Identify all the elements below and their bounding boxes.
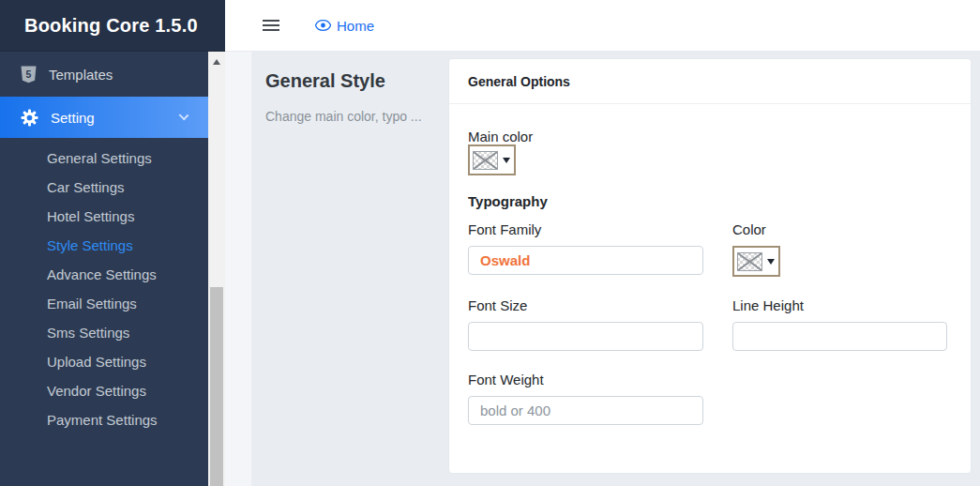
app-title: Booking Core 1.5.0 <box>24 15 198 37</box>
main-color-label: Main color <box>468 129 945 144</box>
main-color-picker[interactable] <box>468 144 516 175</box>
sidebar-item-vendor-settings[interactable]: Vendor Settings <box>0 376 208 405</box>
line-height-group: Line Height <box>732 297 947 351</box>
text-color-group: Color <box>732 221 947 277</box>
sidebar-item-advance-settings[interactable]: Advance Settings <box>0 260 208 289</box>
sidebar-item-style-settings[interactable]: Style Settings <box>0 231 208 260</box>
font-family-input[interactable] <box>468 246 703 275</box>
font-weight-label: Font Weight <box>468 372 703 387</box>
general-options-card: General Options Main color <box>448 58 972 474</box>
home-link-label: Home <box>337 18 374 34</box>
card-body: Main color <box>449 104 971 425</box>
sidebar: 5 Templates Setting General Settings <box>0 52 208 486</box>
html5-icon: 5 <box>21 66 37 84</box>
sidebar-item-sms-settings[interactable]: Sms Settings <box>0 318 208 347</box>
scroll-up-icon[interactable] <box>213 59 220 65</box>
typography-heading: Typography <box>468 193 945 209</box>
font-family-group: Font Family <box>468 221 703 277</box>
page-subtitle: Change main color, typo ... <box>265 109 422 124</box>
font-weight-input[interactable] <box>468 396 703 425</box>
settings-content: General Style Change main color, typo ..… <box>251 52 980 486</box>
app-brand: Booking Core 1.5.0 <box>0 0 225 52</box>
font-size-group: Font Size <box>468 297 703 351</box>
setting-submenu: General Settings Car Settings Hotel Sett… <box>0 138 208 434</box>
font-size-label: Font Size <box>468 297 703 313</box>
gear-icon <box>21 109 38 127</box>
sidebar-item-email-settings[interactable]: Email Settings <box>0 289 208 318</box>
broken-image-icon <box>473 151 498 170</box>
sidebar-item-hotel-settings[interactable]: Hotel Settings <box>0 202 208 231</box>
home-link[interactable]: Home <box>315 18 374 34</box>
card-header: General Options <box>449 59 971 104</box>
card-title: General Options <box>468 74 570 89</box>
topbar: Home <box>225 0 980 52</box>
chevron-down-icon <box>179 111 189 121</box>
typography-form: Font Family Color <box>468 221 945 425</box>
sidebar-item-upload-settings[interactable]: Upload Settings <box>0 347 208 376</box>
line-height-input[interactable] <box>732 322 947 351</box>
sidebar-item-general-settings[interactable]: General Settings <box>0 144 208 173</box>
sidebar-item-label: Templates <box>49 67 113 83</box>
sidebar-scrollbar[interactable] <box>208 52 225 486</box>
eye-icon <box>315 20 331 31</box>
main-area: General Style Change main color, typo ..… <box>225 52 980 486</box>
scrollbar-thumb[interactable] <box>210 287 223 486</box>
font-size-input[interactable] <box>468 322 703 351</box>
sidebar-item-payment-settings[interactable]: Payment Settings <box>0 405 208 434</box>
svg-text:5: 5 <box>26 68 32 80</box>
caret-down-icon <box>503 158 510 163</box>
color-label: Color <box>732 221 947 237</box>
page-title: General Style <box>265 70 385 92</box>
font-weight-group: Font Weight <box>468 372 703 425</box>
sidebar-item-setting[interactable]: Setting <box>0 97 208 138</box>
text-color-picker[interactable] <box>732 246 780 277</box>
caret-down-icon <box>767 259 775 265</box>
sidebar-item-templates[interactable]: 5 Templates <box>0 52 208 97</box>
font-family-label: Font Family <box>468 221 703 237</box>
sidebar-item-car-settings[interactable]: Car Settings <box>0 173 208 202</box>
menu-toggle-button[interactable] <box>261 16 281 35</box>
line-height-label: Line Height <box>732 297 947 313</box>
broken-image-icon <box>737 252 762 271</box>
sidebar-item-label: Setting <box>51 110 95 126</box>
hamburger-icon <box>263 20 279 31</box>
